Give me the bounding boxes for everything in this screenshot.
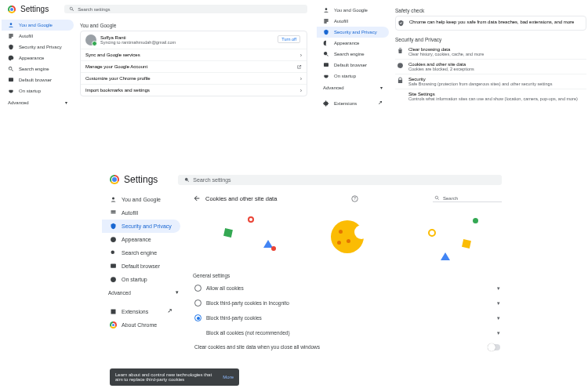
svg-text:?: ? [354,196,356,201]
page-title: Settings [20,5,49,13]
nav-startup[interactable]: On startup [317,71,389,82]
cookie-illustration [193,205,502,268]
avatar [85,34,96,45]
chevron-right-icon: › [300,53,302,58]
page-title: Settings [124,174,158,185]
svg-point-5 [112,198,114,200]
external-link-icon [296,64,302,70]
svg-point-2 [325,8,328,10]
general-settings-heading: General settings [193,273,502,278]
svg-rect-1 [9,78,13,82]
toggle[interactable] [488,344,500,350]
nav-browser[interactable]: Default browser [2,74,74,85]
opt-clear-on-close[interactable]: Clear cookies and site data when you clo… [193,340,502,354]
manage-account-row[interactable]: Manage your Google Account [81,60,307,72]
site-settings-row[interactable]: Site SettingsControls what information s… [395,89,586,103]
external-link-icon [165,308,172,315]
nav-security[interactable]: Security and Privacy [317,27,389,38]
nav-advanced[interactable]: Advanced▾ [317,82,389,93]
back-arrow-icon[interactable] [193,194,201,202]
sync-row[interactable]: Sync and Google services› [81,49,307,60]
security-row[interactable]: SecuritySafe Browsing (protection from d… [395,74,586,89]
nav-advanced[interactable]: Advanced▾ [2,96,74,108]
tune-icon [397,92,404,99]
svg-rect-3 [324,63,328,67]
toast-more-link[interactable]: More [223,375,234,379]
svg-point-7 [111,251,115,255]
nav-security[interactable]: Security and Privacy [2,42,74,53]
chrome-logo-icon [110,175,119,184]
svg-rect-10 [111,310,116,314]
nav-autofill[interactable]: Autofill [317,16,389,27]
nav-extensions[interactable]: Extensions [102,305,180,318]
nav-you-google[interactable]: You and Google [102,193,180,206]
svg-rect-8 [111,264,116,268]
opt-block-all[interactable]: Block all cookies (not recommended)▾ [193,325,502,340]
svg-point-13 [435,196,438,199]
subpage-title: Cookies and other site data [205,195,277,202]
nav-startup[interactable]: On startup [2,85,74,96]
mini-search-input[interactable]: Search [433,194,502,202]
cookies-row[interactable]: Cookies and other site dataCookies are b… [395,59,586,74]
security-privacy-heading: Security and Privacy [395,37,586,42]
svg-point-4 [397,63,403,68]
nav-appearance[interactable]: Appearance [102,233,180,246]
nav-you-google[interactable]: You and Google [2,20,74,31]
trash-icon [397,47,404,54]
search-icon [184,177,190,183]
safety-check-heading: Safety check [395,8,586,13]
search-icon [69,6,74,12]
svg-point-6 [111,237,116,242]
nav-advanced[interactable]: Advanced▾ [102,286,185,299]
nav-browser[interactable]: Default browser [102,260,180,273]
svg-point-9 [111,277,116,282]
cookie-icon [397,62,404,69]
nav-autofill[interactable]: Autofill [102,206,180,220]
help-icon[interactable]: ? [351,195,358,202]
opt-block-incognito[interactable]: Block third-party cookies in Incognito▾ [193,296,502,310]
search-input[interactable]: Search settings [178,175,502,185]
opt-block-third[interactable]: Block third-party cookies▾ [193,310,502,325]
section-heading: You and Google [80,23,307,28]
nav-extensions[interactable]: Extensions [317,98,389,109]
turn-off-button[interactable]: Turn off [278,35,300,43]
nav-search[interactable]: Search engine [2,64,74,74]
external-link-icon [376,100,383,107]
nav-appearance[interactable]: Appearance [317,38,389,49]
search-input[interactable]: Search settings [64,5,307,13]
privacy-toast: Learn about and control new technologies… [110,368,239,386]
nav-browser[interactable]: Default browser [317,60,389,71]
nav-autofill[interactable]: Autofill [2,31,74,42]
chrome-logo-icon [8,5,16,13]
nav-search[interactable]: Search engine [102,246,180,260]
shield-check-icon [397,20,405,27]
nav-security[interactable]: Security and Privacy [102,220,180,233]
lock-icon [397,77,404,84]
nav-startup[interactable]: On startup [102,273,180,286]
customize-profile-row[interactable]: Customize your Chrome profile› [81,72,307,84]
nav-appearance[interactable]: Appearance [2,53,74,64]
import-row[interactable]: Import bookmarks and settings› [81,84,307,96]
opt-allow-all[interactable]: Allow all cookies▾ [193,281,502,296]
nav-about[interactable]: About Chrome [102,318,180,332]
clear-browsing-row[interactable]: Clear browsing dataClear history, cookie… [395,45,586,59]
nav-you-google[interactable]: You and Google [317,5,389,16]
nav-search[interactable]: Search engine [317,49,389,60]
profile-row[interactable]: Soffya RantiSyncing to rantimahmudah@gma… [81,31,307,49]
svg-point-0 [10,23,13,25]
